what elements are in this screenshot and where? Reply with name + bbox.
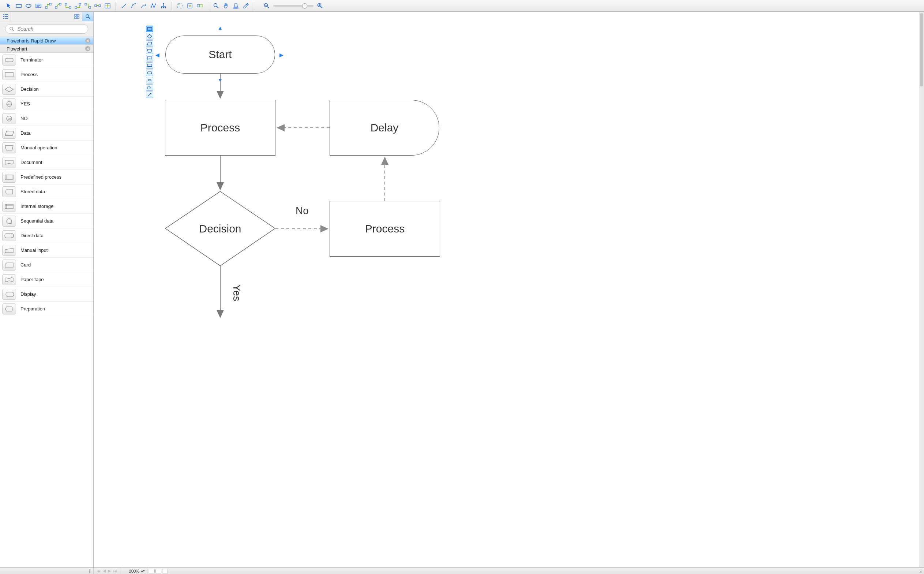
page-prev-button[interactable]: ◀ xyxy=(103,569,106,573)
canvas[interactable]: ▲ ▼ ◀ ▶ Start Process Decision Delay Pro… xyxy=(94,12,919,568)
shape-item-data[interactable]: Data xyxy=(0,126,93,140)
pointer-tool[interactable] xyxy=(5,2,13,10)
shape-label: Document xyxy=(20,159,42,165)
zoom-tool[interactable] xyxy=(212,2,221,10)
connector-tool-6[interactable] xyxy=(93,2,102,10)
zoom-input[interactable] xyxy=(123,569,140,574)
connector-tool-1[interactable] xyxy=(44,2,53,10)
seq-icon xyxy=(2,216,16,227)
shape-item-terminator[interactable]: Terminator xyxy=(0,53,93,67)
tree-tool[interactable] xyxy=(159,2,168,10)
rd-document-button[interactable] xyxy=(146,55,153,62)
sel-arrow-left-icon[interactable]: ◀ xyxy=(156,52,159,58)
snap-tool-3[interactable] xyxy=(195,2,204,10)
svg-rect-15 xyxy=(89,6,91,8)
spline-tool[interactable] xyxy=(139,2,148,10)
zoom-field[interactable]: ▴▾ xyxy=(120,568,148,574)
sidebar-grid-button[interactable] xyxy=(71,12,82,21)
rd-manualop-button[interactable] xyxy=(146,47,153,54)
line-tool[interactable] xyxy=(119,2,128,10)
rd-arrow-button[interactable] xyxy=(146,91,153,98)
search-input[interactable] xyxy=(16,26,84,32)
scrollbar-thumb[interactable] xyxy=(920,13,923,87)
zoom-in-button[interactable] xyxy=(316,2,324,10)
node-process-1[interactable]: Process xyxy=(165,100,275,156)
rect-tool[interactable] xyxy=(14,2,23,10)
rd-process-button[interactable] xyxy=(146,26,153,32)
view-mode-3[interactable] xyxy=(162,569,168,573)
sel-arrow-right-icon[interactable]: ▶ xyxy=(280,52,283,58)
sel-arrow-down-icon[interactable]: ▼ xyxy=(218,77,223,83)
node-delay[interactable]: Delay xyxy=(330,100,439,156)
shape-item-decision[interactable]: Decision xyxy=(0,82,93,97)
category-flowchart[interactable]: Flowchart ✕ xyxy=(0,45,93,53)
eyedropper-tool[interactable] xyxy=(241,2,250,10)
page-last-button[interactable]: ⏭ xyxy=(113,569,117,573)
zoom-track[interactable] xyxy=(273,5,313,6)
shape-item-direct[interactable]: Direct data xyxy=(0,229,93,243)
shape-label: YES xyxy=(20,101,30,107)
shape-item-process[interactable]: Process xyxy=(0,67,93,82)
close-icon[interactable]: ✕ xyxy=(85,38,90,43)
close-icon[interactable]: ✕ xyxy=(85,46,90,51)
stamp-tool[interactable] xyxy=(231,2,240,10)
pan-tool[interactable] xyxy=(222,2,231,10)
shape-item-document[interactable]: Document xyxy=(0,155,93,170)
page-next-button[interactable]: ▶ xyxy=(108,569,111,573)
svg-rect-11 xyxy=(69,6,71,8)
manualop-icon xyxy=(2,142,16,153)
rd-terminator-button[interactable] xyxy=(146,69,153,76)
shape-item-stored[interactable]: Stored data xyxy=(0,184,93,199)
node-start[interactable]: Start xyxy=(165,36,275,74)
shape-label: Terminator xyxy=(20,57,43,63)
connector-tool-4[interactable] xyxy=(74,2,82,10)
node-decision[interactable]: Decision xyxy=(165,191,275,266)
category-label: Flowcharts Rapid Draw xyxy=(6,38,56,44)
vertical-scrollbar[interactable] xyxy=(919,12,924,568)
shape-label: Internal storage xyxy=(20,203,53,209)
connector-tool-2[interactable] xyxy=(54,2,63,10)
sidebar-tree-button[interactable] xyxy=(0,12,11,21)
zoom-out-button[interactable] xyxy=(262,2,271,10)
shape-item-no[interactable]: NONO xyxy=(0,111,93,126)
page-first-button[interactable]: ⏮ xyxy=(97,569,101,573)
zoom-thumb[interactable] xyxy=(302,3,307,8)
rd-decision-button[interactable] xyxy=(146,33,153,39)
node-process-2[interactable]: Process xyxy=(330,201,440,257)
sidebar-resize-handle[interactable]: ‖ xyxy=(0,568,94,574)
connector-tool-3[interactable] xyxy=(64,2,72,10)
view-mode-1[interactable] xyxy=(149,569,155,573)
connector-tool-5[interactable] xyxy=(83,2,92,10)
category-rapid-draw[interactable]: Flowcharts Rapid Draw ✕ xyxy=(0,36,93,45)
arc-tool[interactable] xyxy=(129,2,138,10)
rd-offpage-button[interactable] xyxy=(146,77,153,84)
shape-item-predef[interactable]: Predefined process xyxy=(0,170,93,184)
sidebar-search-button[interactable] xyxy=(82,12,93,21)
connector-tool-7[interactable] xyxy=(103,2,112,10)
shape-item-manin[interactable]: Manual input xyxy=(0,243,93,258)
view-mode-2[interactable] xyxy=(156,569,161,573)
svg-rect-67 xyxy=(148,72,152,74)
shape-item-seq[interactable]: Sequential data xyxy=(0,214,93,229)
shape-item-yes[interactable]: YESYES xyxy=(0,97,93,111)
resize-corner-icon[interactable]: ◲ xyxy=(918,568,923,574)
shape-item-internal[interactable]: Internal storage xyxy=(0,199,93,214)
snap-tool-2[interactable] xyxy=(185,2,194,10)
shape-item-prep[interactable]: Preparation xyxy=(0,302,93,316)
textbox-tool[interactable] xyxy=(34,2,43,10)
shape-item-display[interactable]: Display xyxy=(0,287,93,302)
rd-connector-button[interactable] xyxy=(146,84,153,91)
zoom-slider[interactable] xyxy=(262,2,324,10)
document-icon xyxy=(2,157,16,168)
snap-tool-1[interactable] xyxy=(176,2,184,10)
search-input-wrap[interactable] xyxy=(5,24,88,34)
shape-item-tape[interactable]: Paper tape xyxy=(0,272,93,287)
stepper-icon[interactable]: ▴▾ xyxy=(141,569,145,572)
polyline-tool[interactable] xyxy=(149,2,158,10)
shape-item-manualop[interactable]: Manual operation xyxy=(0,140,93,155)
rd-display-button[interactable] xyxy=(146,62,153,69)
rd-data-button[interactable] xyxy=(146,40,153,47)
ellipse-tool[interactable] xyxy=(24,2,33,10)
sel-arrow-up-icon[interactable]: ▲ xyxy=(218,25,223,31)
shape-item-card[interactable]: Card xyxy=(0,258,93,272)
